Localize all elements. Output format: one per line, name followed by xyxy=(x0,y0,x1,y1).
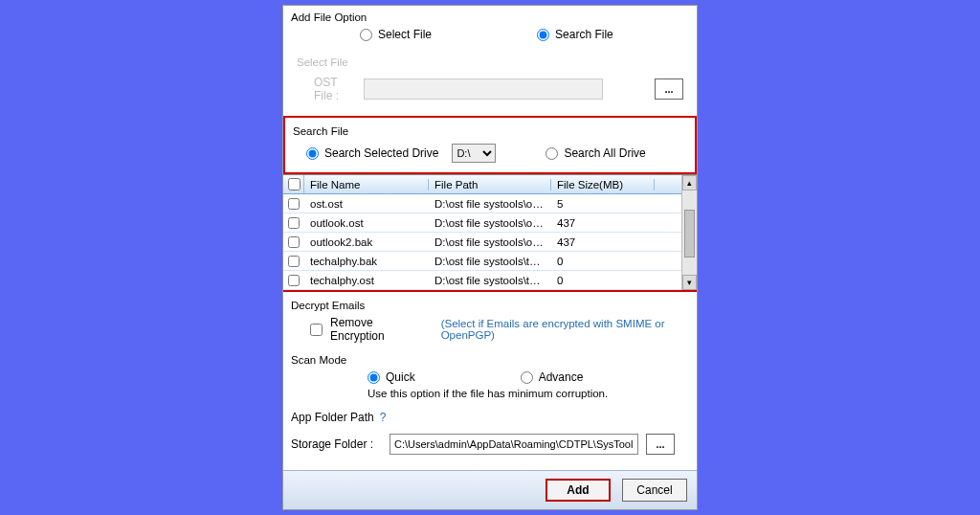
cell-file-name: outlook.ost xyxy=(304,217,429,229)
add-button[interactable]: Add xyxy=(546,479,611,502)
app-folder-path-row: App Folder Path ? xyxy=(283,407,697,430)
drive-select[interactable]: D:\ xyxy=(452,144,496,163)
cell-file-name: techalphy.ost xyxy=(304,275,429,286)
select-file-radio-input[interactable] xyxy=(360,29,372,41)
header-checkbox[interactable] xyxy=(283,175,304,193)
cell-file-size: 437 xyxy=(551,236,655,248)
search-all-drive-radio[interactable]: Search All Drive xyxy=(546,146,645,160)
storage-browse-button[interactable]: ... xyxy=(646,434,675,455)
cell-file-size: 5 xyxy=(551,198,655,210)
search-all-drive-radio-input[interactable] xyxy=(546,147,558,160)
remove-encryption-label: Remove Encryption xyxy=(330,316,419,343)
header-file-name[interactable]: File Name xyxy=(304,179,429,190)
cell-file-path: D:\ost file systools\techal... xyxy=(429,275,551,286)
row-checkbox[interactable] xyxy=(283,217,304,229)
select-file-group: Select File OST File : ... xyxy=(291,53,689,110)
cell-file-path: D:\ost file systools\techal... xyxy=(429,256,551,267)
search-file-group: Search File Search Selected Drive D:\ Se… xyxy=(283,116,697,174)
app-folder-path-label: App Folder Path xyxy=(291,411,374,424)
table-row[interactable]: techalphy.ostD:\ost file systools\techal… xyxy=(283,271,681,290)
row-checkbox[interactable] xyxy=(283,236,304,248)
storage-folder-row: Storage Folder : ... xyxy=(283,430,697,464)
cell-file-name: ost.ost xyxy=(304,198,429,210)
add-file-option-group: Add File Option Select File Search File xyxy=(283,6,697,51)
vertical-scrollbar[interactable]: ▴ ▾ xyxy=(681,175,697,290)
cell-file-path: D:\ost file systools\outloo... xyxy=(429,236,551,248)
select-file-radio-label: Select File xyxy=(378,28,432,41)
scan-hint: Use this option if the file has minimum … xyxy=(291,384,689,405)
quick-radio-input[interactable] xyxy=(368,371,380,384)
search-file-radio-input[interactable] xyxy=(537,29,549,41)
ost-browse-button[interactable]: ... xyxy=(655,78,683,100)
table-row[interactable]: techalphy.bakD:\ost file systools\techal… xyxy=(283,252,681,271)
cell-file-name: outlook2.bak xyxy=(304,236,429,248)
decrypt-hint: (Select if Emails are encrypted with SMI… xyxy=(441,318,689,341)
table-row[interactable]: outlook.ostD:\ost file systools\outloo..… xyxy=(283,213,681,233)
row-checkbox[interactable] xyxy=(283,198,304,210)
table-row[interactable]: outlook2.bakD:\ost file systools\outloo.… xyxy=(283,233,681,252)
scan-mode-label: Scan Mode xyxy=(291,350,689,367)
add-file-option-radio-row: Select File Search File xyxy=(283,24,697,45)
add-file-option-label: Add File Option xyxy=(283,8,697,24)
cancel-button[interactable]: Cancel xyxy=(622,479,687,502)
ost-file-input xyxy=(364,78,603,100)
search-selected-drive-radio-label: Search Selected Drive xyxy=(324,146,438,160)
advance-radio-label: Advance xyxy=(539,370,584,384)
cell-file-path: D:\ost file systools\ost.ost xyxy=(429,198,551,210)
quick-radio[interactable]: Quick xyxy=(368,370,415,384)
select-file-group-label: Select File xyxy=(297,55,683,72)
search-all-drive-radio-label: Search All Drive xyxy=(564,146,645,160)
scroll-thumb[interactable] xyxy=(684,210,695,258)
cell-file-size: 0 xyxy=(551,256,655,267)
storage-folder-input[interactable] xyxy=(390,434,638,455)
scroll-down-icon[interactable]: ▾ xyxy=(682,275,697,290)
search-file-group-label: Search File xyxy=(293,122,689,138)
table-row[interactable]: ost.ostD:\ost file systools\ost.ost5 xyxy=(283,194,681,213)
cell-file-size: 437 xyxy=(551,217,655,229)
cell-file-name: techalphy.bak xyxy=(304,256,429,267)
help-icon[interactable]: ? xyxy=(380,411,387,424)
table-header-row: File Name File Path File Size(MB) xyxy=(283,175,681,194)
decrypt-label: Decrypt Emails xyxy=(291,296,689,312)
header-file-size[interactable]: File Size(MB) xyxy=(551,179,655,190)
scroll-up-icon[interactable]: ▴ xyxy=(682,175,697,190)
dialog: Add File Option Select File Search File … xyxy=(282,5,698,510)
search-file-radio[interactable]: Search File xyxy=(537,28,613,41)
results-table-wrap: File Name File Path File Size(MB) ost.os… xyxy=(283,174,697,290)
advance-radio-input[interactable] xyxy=(521,371,533,384)
scan-mode-group: Scan Mode Quick Advance Use this option … xyxy=(283,348,697,407)
search-file-radio-label: Search File xyxy=(555,28,613,41)
storage-folder-label: Storage Folder : xyxy=(291,437,382,451)
select-file-radio[interactable]: Select File xyxy=(360,28,432,41)
row-checkbox[interactable] xyxy=(283,256,304,267)
quick-radio-label: Quick xyxy=(386,370,415,384)
header-file-path[interactable]: File Path xyxy=(429,179,551,190)
remove-encryption-checkbox[interactable] xyxy=(310,324,323,336)
ost-file-label: OST File : xyxy=(297,76,354,102)
search-selected-drive-radio[interactable]: Search Selected Drive xyxy=(306,146,438,160)
row-checkbox[interactable] xyxy=(283,275,304,286)
table-body: ost.ostD:\ost file systools\ost.ost5outl… xyxy=(283,194,681,290)
advance-radio[interactable]: Advance xyxy=(521,370,584,384)
footer: Add Cancel xyxy=(283,470,697,509)
results-table: File Name File Path File Size(MB) ost.os… xyxy=(283,175,681,290)
cell-file-size: 0 xyxy=(551,275,655,286)
cell-file-path: D:\ost file systools\outloo... xyxy=(429,217,551,229)
decrypt-group: Decrypt Emails Remove Encryption (Select… xyxy=(283,292,697,348)
search-selected-drive-radio-input[interactable] xyxy=(306,147,319,160)
